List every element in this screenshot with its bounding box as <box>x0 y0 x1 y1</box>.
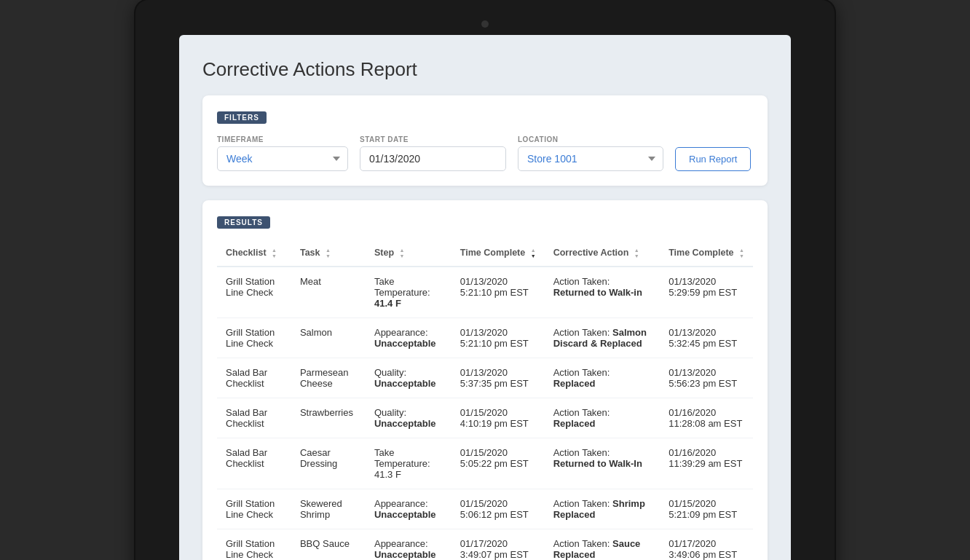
app-container: Corrective Actions Report FILTERS TIMEFR… <box>179 35 791 560</box>
cell-time1: 01/13/2020 5:37:35 pm EST <box>452 358 545 398</box>
cell-corrective-action: Action Taken: Shrimp Replaced <box>545 489 661 529</box>
cell-step: Take Temperature: 41.4 F <box>366 267 452 318</box>
table-row: Salad Bar ChecklistCaesar DressingTake T… <box>217 438 753 489</box>
table-row: Salad Bar ChecklistStrawberriesQuality: … <box>217 398 753 438</box>
cell-time1: 01/13/2020 5:21:10 pm EST <box>452 318 545 358</box>
cell-time1: 01/15/2020 5:06:12 pm EST <box>452 489 545 529</box>
filters-card: FILTERS TIMEFRAME Week START DATE LOCATI… <box>202 95 768 186</box>
table-row: Grill Station Line CheckMeatTake Tempera… <box>217 267 753 318</box>
cell-step: Take Temperature: 41.3 F <box>366 438 452 489</box>
location-label: LOCATION <box>518 135 663 143</box>
results-card: RESULTS Checklist ▲▼ Task ▲▼ <box>202 200 768 560</box>
sort-icon-step[interactable]: ▲▼ <box>400 248 405 259</box>
col-step: Step ▲▼ <box>366 240 452 267</box>
cell-corrective-action: Action Taken: Replaced <box>545 358 661 398</box>
col-time1: Time Complete ▲▼ <box>452 240 545 267</box>
cell-time2: 01/13/2020 5:29:59 pm EST <box>660 267 753 318</box>
sort-icon-time2[interactable]: ▲▼ <box>739 248 744 259</box>
cell-step: Appearance: Unacceptable <box>366 529 452 560</box>
cell-checklist: Salad Bar Checklist <box>217 358 291 398</box>
cell-task: Parmesean Cheese <box>291 358 366 398</box>
start-date-label: START DATE <box>360 135 506 143</box>
sort-icon-checklist[interactable]: ▲▼ <box>272 248 277 259</box>
location-select[interactable]: Store 1001 <box>518 146 663 171</box>
timeframe-select[interactable]: Week <box>217 146 348 171</box>
filters-section-label: FILTERS <box>217 111 267 124</box>
cell-corrective-action: Action Taken: Replaced <box>545 398 661 438</box>
col-checklist: Checklist ▲▼ <box>217 240 291 267</box>
cell-checklist: Grill Station Line Check <box>217 267 291 318</box>
results-section-label: RESULTS <box>217 216 270 229</box>
screen-content: Corrective Actions Report FILTERS TIMEFR… <box>179 35 791 560</box>
timeframe-label: TIMEFRAME <box>217 135 348 143</box>
cell-time1: 01/15/2020 4:10:19 pm EST <box>452 398 545 438</box>
start-date-input[interactable] <box>360 146 506 171</box>
col-time2: Time Complete ▲▼ <box>660 240 753 267</box>
cell-time1: 01/15/2020 5:05:22 pm EST <box>452 438 545 489</box>
sort-icon-task[interactable]: ▲▼ <box>326 248 331 259</box>
cell-time2: 01/16/2020 11:39:29 am EST <box>660 438 753 489</box>
cell-task: Skewered Shrimp <box>291 489 366 529</box>
cell-step: Quality: Unacceptable <box>366 358 452 398</box>
cell-corrective-action: Action Taken: Salmon Discard & Replaced <box>545 318 661 358</box>
cell-time2: 01/13/2020 5:32:45 pm EST <box>660 318 753 358</box>
cell-checklist: Grill Station Line Check <box>217 529 291 560</box>
cell-corrective-action: Action Taken: Sauce Replaced <box>545 529 661 560</box>
cell-step: Appearance: Unacceptable <box>366 489 452 529</box>
cell-time2: 01/16/2020 11:28:08 am EST <box>660 398 753 438</box>
cell-checklist: Salad Bar Checklist <box>217 438 291 489</box>
laptop-container: Corrective Actions Report FILTERS TIMEFR… <box>135 0 835 560</box>
cell-time2: 01/13/2020 5:56:23 pm EST <box>660 358 753 398</box>
page-title: Corrective Actions Report <box>202 58 768 81</box>
screen-bezel: Corrective Actions Report FILTERS TIMEFR… <box>135 0 835 560</box>
table-row: Grill Station Line CheckSkewered ShrimpA… <box>217 489 753 529</box>
cell-time2: 01/15/2020 5:21:09 pm EST <box>660 489 753 529</box>
cell-task: Meat <box>291 267 366 318</box>
col-corrective-action: Corrective Action ▲▼ <box>545 240 661 267</box>
table-row: Salad Bar ChecklistParmesean CheeseQuali… <box>217 358 753 398</box>
cell-task: BBQ Sauce <box>291 529 366 560</box>
cell-time2: 01/17/2020 3:49:06 pm EST <box>660 529 753 560</box>
cell-checklist: Salad Bar Checklist <box>217 398 291 438</box>
cell-task: Caesar Dressing <box>291 438 366 489</box>
cell-task: Salmon <box>291 318 366 358</box>
results-table: Checklist ▲▼ Task ▲▼ Step ▲▼ <box>217 240 753 560</box>
sort-icon-corrective[interactable]: ▲▼ <box>634 248 639 259</box>
table-row: Grill Station Line CheckSalmonAppearance… <box>217 318 753 358</box>
table-row: Grill Station Line CheckBBQ SauceAppeara… <box>217 529 753 560</box>
sort-icon-time1[interactable]: ▲▼ <box>531 248 536 259</box>
cell-corrective-action: Action Taken: Returned to Walk-In <box>545 438 661 489</box>
timeframe-group: TIMEFRAME Week <box>217 135 348 171</box>
col-task: Task ▲▼ <box>291 240 366 267</box>
cell-corrective-action: Action Taken: Returned to Walk-in <box>545 267 661 318</box>
table-header-row: Checklist ▲▼ Task ▲▼ Step ▲▼ <box>217 240 753 267</box>
cell-step: Quality: Unacceptable <box>366 398 452 438</box>
cell-checklist: Grill Station Line Check <box>217 318 291 358</box>
cell-time1: 01/17/2020 3:49:07 pm EST <box>452 529 545 560</box>
cell-time1: 01/13/2020 5:21:10 pm EST <box>452 267 545 318</box>
cell-step: Appearance: Unacceptable <box>366 318 452 358</box>
location-group: LOCATION Store 1001 <box>518 135 663 171</box>
start-date-group: START DATE <box>360 135 506 171</box>
run-report-button[interactable]: Run Report <box>675 147 751 171</box>
cell-checklist: Grill Station Line Check <box>217 489 291 529</box>
cell-task: Strawberries <box>291 398 366 438</box>
filters-row: TIMEFRAME Week START DATE LOCATION Store… <box>217 135 753 186</box>
